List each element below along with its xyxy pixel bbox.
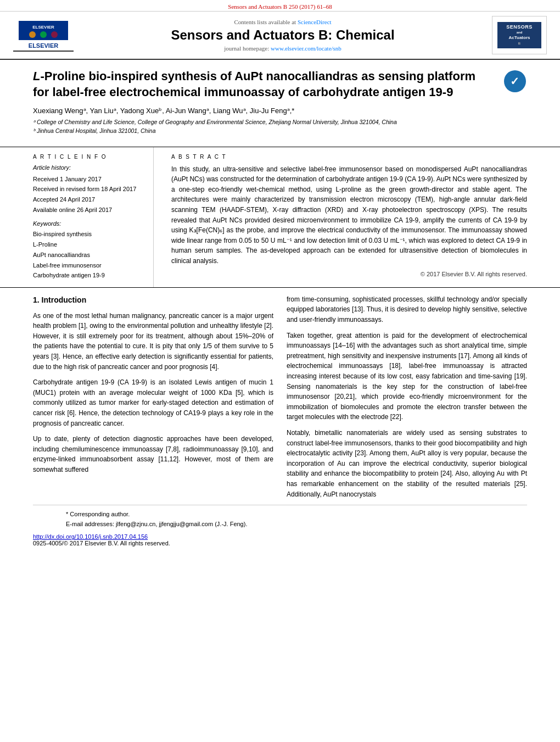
sensors-logo: SENSORS and AcTuators B [492,16,547,54]
homepage-link[interactable]: www.elsevier.com/locate/snb [271,45,341,52]
sciencedirect-line: Contents lists available at ScienceDirec… [74,19,492,25]
header-center: Contents lists available at ScienceDirec… [74,19,492,52]
top-citation-bar: Sensors and Actuators B 250 (2017) 61–68 [0,0,560,12]
intro-para-3: Up to date, plenty of detection diagnost… [33,434,273,475]
issn-line: 0925-4005/© 2017 Elsevier B.V. All right… [33,540,527,546]
title-italic-l: L [33,69,40,83]
accepted-date: Accepted 24 April 2017 [33,194,147,205]
svg-text:ELSEVIER: ELSEVIER [32,25,54,30]
article-info-heading: A R T I C L E I N F O [33,154,147,160]
title-text: -Proline bio-inspired synthesis of AuPt … [33,69,475,99]
actuators-text: AcTuators [501,35,538,41]
crossmark-logo: ✓ [502,69,527,93]
top-citation-text: Sensors and Actuators B 250 (2017) 61–68 [228,3,332,10]
keyword-item: Bio-inspired synthesis [33,229,147,239]
elsevier-logo: ELSEVIER ELSEVIER [13,19,74,52]
authors-line: Xuexiang Wengᵃ, Yan Liuᵃ, Yadong Xueᵇ, A… [33,107,527,115]
and-text: and [501,31,538,35]
svg-point-2 [29,31,36,38]
article-history-label: Article history: [33,164,147,171]
copyright-line: © 2017 Elsevier B.V. All rights reserved… [171,271,527,277]
article-title-section: L-Proline bio-inspired synthesis of AuPt… [0,60,560,147]
intro-para-5: Taken together, great attention is paid … [287,331,527,422]
affiliation-b: ᵇ Jinhua Central Hospital, Jinhua 321001… [33,127,527,136]
elsevier-logo-svg: ELSEVIER [21,21,65,40]
corresponding-author: * Corresponding author. [66,510,494,520]
available-date: Available online 26 April 2017 [33,205,147,215]
affiliations: ᵃ College of Chemistry and Life Science,… [33,118,527,136]
abstract-column: A B S T R A C T In this study, an ultra-… [165,147,527,287]
crossmark-icon: ✓ [504,70,526,92]
keywords-label: Keywords: [33,220,147,227]
body-content: 1. Introduction As one of the most letha… [0,294,560,505]
article-title: L-Proline bio-inspired synthesis of AuPt… [33,69,527,100]
keyword-item: L-Proline [33,239,147,250]
revised-date: Received in revised form 18 April 2017 [33,184,147,194]
keyword-item: Carbohydrate antigen 19-9 [33,270,147,281]
homepage-line: journal homepage: www.elsevier.com/locat… [74,45,492,52]
abstract-text: In this study, an ultra-sensitive and se… [171,164,527,266]
doi-section: http://dx.doi.org/10.1016/j.snb.2017.04.… [0,531,560,553]
intro-para-4: from time-consuming, sophisticated proce… [287,294,527,325]
intro-para-2: Carbohydrate antigen 19-9 (CA 19-9) is a… [33,377,273,428]
b-text: B [501,42,538,46]
body-col-right: from time-consuming, sophisticated proce… [287,294,527,505]
keywords-section: Keywords: Bio-inspired synthesisL-Prolin… [33,220,147,280]
journal-header: ELSEVIER ELSEVIER Contents lists availab… [0,12,560,60]
keywords-list: Bio-inspired synthesisL-ProlineAuPt nano… [33,229,147,280]
intro-heading: 1. Introduction [33,294,273,306]
article-dates: Received 1 January 2017 Received in revi… [33,174,147,215]
footnote-section: * Corresponding author. E-mail addresses… [33,505,527,531]
intro-para-6: Notably, bimetallic nanomaterials are wi… [287,428,527,499]
email-addresses: E-mail addresses: jlfeng@zjnu.cn, jjfeng… [66,520,494,529]
intro-title: Introduction [42,295,87,304]
page-wrapper: Sensors and Actuators B 250 (2017) 61–68… [0,0,560,553]
sciencedirect-prefix: Contents lists available at [234,19,297,25]
received-date: Received 1 January 2017 [33,174,147,185]
affiliation-a: ᵃ College of Chemistry and Life Science,… [33,118,527,127]
journal-title: Sensors and Actuators B: Chemical [74,27,492,43]
abstract-heading: A B S T R A C T [171,154,527,160]
keyword-item: AuPt nanocalliandras [33,250,147,260]
sensors-text: SENSORS [501,24,538,31]
body-col-left: 1. Introduction As one of the most letha… [33,294,273,505]
sensors-logo-inner: SENSORS and AcTuators B [497,22,541,48]
svg-point-4 [51,31,58,38]
keyword-item: Label-free immunosensor [33,260,147,271]
elsevier-label: ELSEVIER [29,42,58,49]
sciencedirect-link[interactable]: ScienceDirect [298,19,332,25]
intro-number: 1. [33,295,40,304]
article-info-column: A R T I C L E I N F O Article history: R… [33,147,154,287]
svg-point-3 [40,31,47,38]
doi-url[interactable]: http://dx.doi.org/10.1016/j.snb.2017.04.… [33,533,527,540]
article-info-abstract-section: A R T I C L E I N F O Article history: R… [0,147,560,288]
homepage-prefix: journal homepage: [224,45,271,52]
intro-para-1: As one of the most lethal human malignan… [33,311,273,372]
